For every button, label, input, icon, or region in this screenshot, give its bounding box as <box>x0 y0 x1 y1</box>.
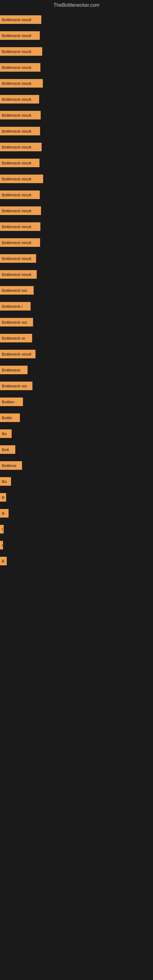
bottleneck-bar: Bottleneck result <box>0 350 35 358</box>
bar-row: Bottleneck res <box>0 380 153 396</box>
bottleneck-bar: Bo <box>0 430 12 438</box>
bottleneck-bar: I <box>0 541 3 549</box>
bottleneck-bar: Bo <box>0 477 11 486</box>
bottleneck-bar: Bottleneck result <box>0 79 43 88</box>
bottleneck-bar: Bottleneck result <box>0 238 40 247</box>
bar-row: Bottleneck result <box>0 109 153 125</box>
bar-row: Bottleneck <box>0 364 153 380</box>
bar-row: Bottleneck r <box>0 300 153 316</box>
bar-row: Bottleneck result <box>0 236 153 252</box>
bottleneck-bar: Bottleneck result <box>0 47 42 56</box>
bar-row: Bo <box>0 475 153 491</box>
bar-row: B <box>0 555 153 571</box>
bottleneck-bar: Bottle <box>0 414 20 422</box>
bar-row: Bottleneck result <box>0 141 153 157</box>
bottleneck-bar: Bottleneck result <box>0 111 41 119</box>
bar-row: Bottleneck result <box>0 125 153 141</box>
bar-row: Bottleneck result <box>0 93 153 109</box>
bar-row: B <box>0 507 153 523</box>
bottleneck-bar: Bott <box>0 445 15 454</box>
bottleneck-bar: Bottleneck result <box>0 31 40 40</box>
bar-row: B <box>0 491 153 507</box>
bottleneck-bar: Bottleneck result <box>0 207 41 215</box>
bottleneck-bar: I <box>0 525 4 533</box>
bar-row: Bottleneck result <box>0 189 153 205</box>
bar-row: I <box>0 523 153 539</box>
bar-row: Bottleneck result <box>0 157 153 173</box>
bar-row: Bottleneck result <box>0 29 153 45</box>
bar-row: Bottleneck result <box>0 45 153 61</box>
bar-row: Bottleneck result <box>0 221 153 236</box>
bottleneck-bar: Bottleneck res <box>0 318 33 326</box>
bar-row: Bottleneck res <box>0 284 153 300</box>
bottleneck-bar: Bottleneck re <box>0 334 32 342</box>
site-title: TheBottlenecker.com <box>0 0 153 10</box>
bar-row: Bottleneck result <box>0 173 153 189</box>
bottleneck-bar: B <box>0 493 6 502</box>
bottleneck-bar: Bottlen <box>0 398 23 406</box>
bottleneck-bar: Bottleneck result <box>0 191 40 199</box>
bottleneck-bar: Bottleneck res <box>0 382 32 390</box>
bar-row: Bottleneck result <box>0 348 153 364</box>
bar-row: Bottleneck result <box>0 268 153 284</box>
bottleneck-bar: Bottleneck result <box>0 222 40 231</box>
bar-row: Bottleneck result <box>0 205 153 221</box>
bars-container: Bottleneck resultBottleneck resultBottle… <box>0 10 153 574</box>
bottleneck-bar: Bottleneck <box>0 366 27 374</box>
bottleneck-bar: Bottleneck res <box>0 286 33 294</box>
bar-row: Bottleneck result <box>0 61 153 77</box>
bar-row: Bottleneck result <box>0 252 153 268</box>
bar-row: Bottle <box>0 412 153 428</box>
bottleneck-bar: Bottleneck result <box>0 127 40 135</box>
bar-row: Bo <box>0 428 153 444</box>
bottleneck-bar: Bottleneck result <box>0 95 39 103</box>
bottleneck-bar: Bottleneck result <box>0 270 37 279</box>
bottleneck-bar: B <box>0 509 9 517</box>
bottleneck-bar: Bottlene <box>0 461 22 470</box>
bottleneck-bar: B <box>0 557 7 565</box>
bottleneck-bar: Bottleneck result <box>0 159 40 167</box>
bar-row: Bottleneck res <box>0 316 153 332</box>
bottleneck-bar: Bottleneck result <box>0 254 36 263</box>
bar-row: Bott <box>0 444 153 460</box>
bar-row: Bottlen <box>0 396 153 412</box>
bottleneck-bar: Bottleneck r <box>0 302 30 310</box>
bar-row: I <box>0 539 153 555</box>
bar-row: Bottleneck re <box>0 332 153 348</box>
bottleneck-bar: Bottleneck result <box>0 63 40 72</box>
bar-row: Bottlene <box>0 460 153 475</box>
bar-row: Bottleneck result <box>0 77 153 93</box>
bottleneck-bar: Bottleneck result <box>0 15 41 24</box>
bottleneck-bar: Bottleneck result <box>0 175 43 183</box>
bottleneck-bar: Bottleneck result <box>0 143 41 151</box>
bar-row: Bottleneck result <box>0 13 153 29</box>
